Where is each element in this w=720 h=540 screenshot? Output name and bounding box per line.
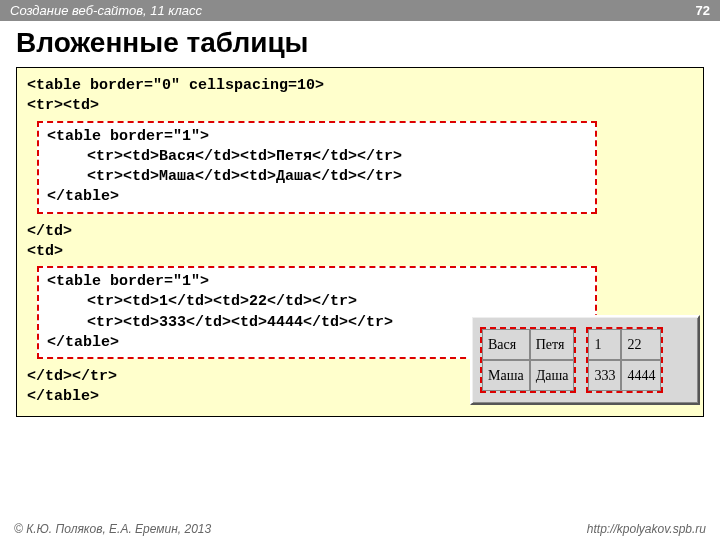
cell: Петя [530, 329, 575, 360]
cell: 1 [588, 329, 621, 360]
code-line: <table border="1"> [47, 272, 587, 292]
cell: 22 [621, 329, 661, 360]
course-label: Создание веб-сайтов, 11 класс [10, 3, 202, 18]
code-line: <table border="1"> [47, 127, 587, 147]
page-number: 72 [696, 3, 710, 18]
code-line: <tr><td>1</td><td>22</td></tr> [87, 292, 587, 312]
preview-table-1: Вася Петя Маша Даша [480, 327, 576, 393]
cell: Даша [530, 360, 575, 391]
code-line: </table> [47, 187, 587, 207]
code-line: <table border="0" cellspacing=10> [27, 76, 693, 96]
page-title: Вложенные таблицы [16, 27, 704, 59]
footer: © К.Ю. Поляков, Е.А. Еремин, 2013 http:/… [0, 522, 720, 536]
code-line: <tr><td>Вася</td><td>Петя</td></tr> [87, 147, 587, 167]
code-line: <td> [27, 242, 693, 262]
content-area: <table border="0" cellspacing=10> <tr><t… [16, 67, 704, 417]
nested-table-1: <table border="1"> <tr><td>Вася</td><td>… [37, 121, 597, 214]
preview-panel: Вася Петя Маша Даша 1 22 333 4444 [470, 315, 700, 405]
footer-url: http://kpolyakov.spb.ru [587, 522, 706, 536]
header-bar: Создание веб-сайтов, 11 класс 72 [0, 0, 720, 21]
copyright: © К.Ю. Поляков, Е.А. Еремин, 2013 [14, 522, 211, 536]
cell: Маша [482, 360, 530, 391]
code-line: <tr><td>Маша</td><td>Даша</td></tr> [87, 167, 587, 187]
code-line: </td> [27, 222, 693, 242]
preview-table-2: 1 22 333 4444 [586, 327, 663, 393]
cell: 333 [588, 360, 621, 391]
cell: Вася [482, 329, 530, 360]
cell: 4444 [621, 360, 661, 391]
code-line: <tr><td> [27, 96, 693, 116]
